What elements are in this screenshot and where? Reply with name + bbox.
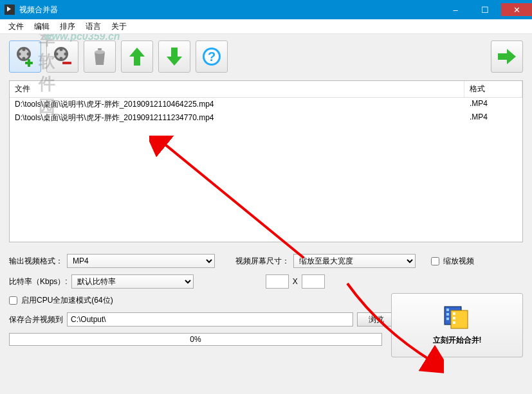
scale-video-label: 缩放视频 (443, 256, 474, 267)
film-minus-icon (51, 45, 74, 68)
menu-file[interactable]: 文件 (3, 19, 29, 34)
progress-text: 0% (190, 335, 201, 344)
merge-button-label: 立刻开始合并! (433, 335, 482, 346)
svg-rect-26 (446, 313, 449, 316)
output-format-select[interactable]: MP4 (67, 254, 215, 268)
svg-rect-10 (25, 62, 33, 64)
bitrate-select[interactable]: 默认比特率 (71, 274, 194, 289)
file-format-cell: .MP4 (464, 111, 522, 125)
svg-rect-19 (98, 48, 102, 50)
titlebar: 视频合并器 – ☐ ✕ (0, 0, 532, 19)
merge-button[interactable]: 立刻开始合并! (391, 293, 523, 357)
save-path-input[interactable] (67, 312, 353, 327)
file-list-header: 文件 格式 (10, 81, 522, 98)
remove-video-button[interactable] (46, 40, 78, 73)
help-icon: ? (200, 45, 223, 68)
svg-rect-30 (453, 317, 455, 319)
output-format-label: 输出视频格式： (9, 256, 63, 267)
window-title: 视频合并器 (19, 4, 441, 15)
arrow-right-icon (495, 45, 518, 68)
cpu-accel-label: 启用CPU全加速模式(64位) (21, 295, 113, 306)
menu-edit[interactable]: 编辑 (29, 19, 55, 34)
svg-point-18 (95, 50, 105, 54)
arrow-up-icon (125, 45, 149, 68)
arrow-down-icon (163, 45, 186, 68)
svg-point-16 (60, 57, 63, 60)
screen-size-label: 视频屏幕尺寸： (235, 256, 289, 267)
bitrate-label: 比特率（Kbps）: (9, 276, 68, 287)
app-icon (5, 4, 15, 15)
table-row[interactable]: D:\tools\桌面\说明书\虎牙-胖炸_20190912111234770.… (10, 111, 522, 125)
col-file[interactable]: 文件 (10, 81, 464, 97)
svg-rect-29 (453, 312, 455, 315)
scale-video-checkbox[interactable] (431, 257, 439, 265)
save-path-label: 保存合并视频到 (9, 314, 63, 325)
minimize-button[interactable]: – (441, 3, 470, 16)
next-button[interactable] (491, 40, 523, 73)
maximize-button[interactable]: ☐ (470, 3, 500, 16)
menu-sort[interactable]: 排序 (55, 19, 80, 34)
menu-about[interactable]: 关于 (106, 19, 132, 34)
svg-point-6 (18, 53, 21, 56)
svg-rect-27 (446, 318, 449, 320)
close-button[interactable]: ✕ (501, 3, 532, 16)
col-format[interactable]: 格式 (464, 81, 522, 97)
content-area: ? 文件 格式 D:\tools\桌面\说明书\虎牙-胖炸_2019091211… (0, 34, 532, 394)
menu-lang[interactable]: 语言 (80, 19, 106, 34)
progress-bar: 0% (9, 333, 382, 346)
table-row[interactable]: D:\tools\桌面\说明书\虎牙-胖炸_20190912110464225.… (10, 98, 522, 111)
film-merge-icon (443, 305, 472, 330)
file-list[interactable]: 文件 格式 D:\tools\桌面\说明书\虎牙-胖炸_201909121104… (9, 80, 523, 242)
file-path-cell: D:\tools\桌面\说明书\虎牙-胖炸_20190912110464225.… (10, 98, 464, 111)
file-format-cell: .MP4 (464, 98, 522, 111)
svg-point-15 (64, 53, 68, 56)
move-up-button[interactable] (121, 40, 153, 73)
svg-rect-31 (453, 321, 455, 324)
trash-icon (88, 45, 111, 68)
toolbar: ? (9, 40, 523, 73)
height-input[interactable] (302, 274, 325, 289)
browse-button[interactable]: 浏览 (357, 312, 396, 327)
svg-point-7 (27, 53, 30, 56)
cpu-accel-checkbox[interactable] (9, 296, 17, 305)
file-path-cell: D:\tools\桌面\说明书\虎牙-胖炸_20190912111234770.… (10, 111, 464, 125)
move-down-button[interactable] (158, 40, 190, 73)
clear-button[interactable] (84, 40, 116, 73)
screen-size-select[interactable]: 缩放至最大宽度 (293, 254, 416, 268)
help-button[interactable]: ? (196, 40, 228, 73)
svg-point-14 (55, 53, 59, 56)
add-video-button[interactable] (9, 40, 41, 73)
svg-point-5 (23, 48, 26, 51)
svg-rect-17 (62, 62, 71, 64)
svg-rect-25 (446, 309, 449, 311)
x-separator: X (293, 277, 298, 286)
svg-point-13 (60, 48, 63, 51)
svg-text:?: ? (208, 49, 216, 64)
width-input[interactable] (266, 274, 289, 289)
svg-point-8 (23, 57, 26, 60)
film-plus-icon (14, 45, 37, 68)
menubar: 文件 编辑 排序 语言 关于 (0, 19, 532, 34)
